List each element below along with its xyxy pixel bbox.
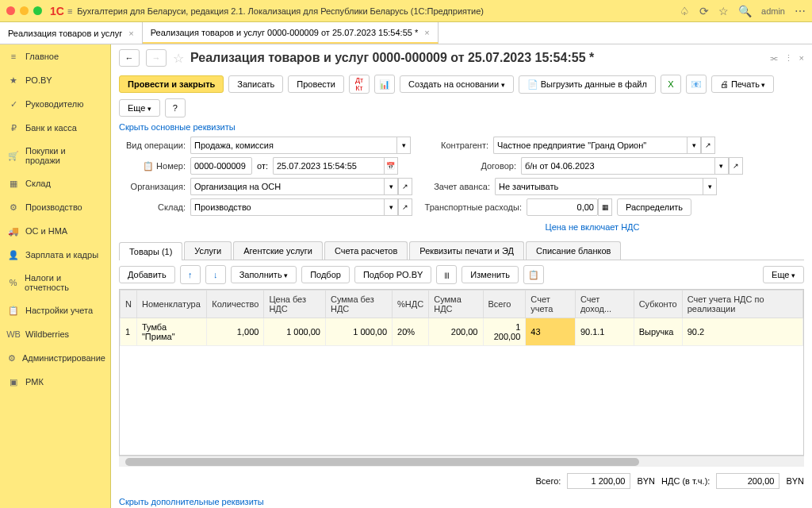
cell[interactable]: 90.2 [682, 318, 802, 346]
hide-extra-link[interactable]: Скрыть дополнительные реквизиты [119, 497, 804, 506]
price-vat-link[interactable]: Цена не включает НДС [546, 222, 640, 232]
col-header-11[interactable]: Счет учета НДС по реализации [682, 291, 802, 318]
horizontal-scrollbar[interactable] [119, 456, 804, 467]
dt-kt-icon[interactable]: ДтКт [349, 75, 370, 94]
clipboard-icon[interactable]: 📋 [523, 265, 544, 284]
advance-input[interactable] [495, 178, 703, 195]
change-button[interactable]: Изменить [462, 266, 519, 283]
report-icon[interactable]: 📊 [374, 75, 395, 94]
col-header-0[interactable]: N [121, 291, 137, 318]
col-header-10[interactable]: Субконто [634, 291, 682, 318]
sidebar-item-12[interactable]: ⚙Администрирование [0, 346, 110, 370]
post-button[interactable]: Провести [288, 75, 344, 93]
favorite-star-icon[interactable]: ☆ [173, 51, 184, 66]
transport-input[interactable] [527, 198, 598, 216]
table-more-button[interactable]: Еще [763, 266, 804, 283]
sidebar-item-1[interactable]: ★PO.BY [0, 68, 110, 92]
calc-icon[interactable]: ▦ [598, 198, 612, 216]
sidebar-item-13[interactable]: ▣РМК [0, 370, 110, 394]
sidebar-item-8[interactable]: 👤Зарплата и кадры [0, 243, 110, 267]
open-icon[interactable]: ↗ [398, 198, 412, 216]
distribute-button[interactable]: Распределить [617, 198, 691, 216]
cell[interactable]: 200,00 [429, 318, 483, 346]
sidebar-item-3[interactable]: ₽Банк и касса [0, 116, 110, 140]
dropdown-icon[interactable]: ▾ [703, 178, 717, 195]
counterparty-input[interactable] [493, 137, 687, 154]
write-button[interactable]: Записать [228, 75, 283, 93]
ep-icon[interactable]: 📧 [686, 75, 707, 94]
sidebar-item-11[interactable]: WBWildberries [0, 322, 110, 346]
search-icon[interactable]: 🔍 [738, 5, 752, 17]
cell[interactable]: Тумба "Прима" [136, 318, 206, 346]
cell[interactable]: 1 [121, 318, 137, 346]
cell[interactable]: 1 000,00 [264, 318, 326, 346]
more-button[interactable]: Еще [119, 99, 160, 117]
add-button[interactable]: Добавить [119, 266, 175, 283]
col-header-7[interactable]: Всего [483, 291, 526, 318]
open-icon[interactable]: ↗ [398, 178, 412, 195]
close-doc-icon[interactable]: × [799, 53, 804, 64]
print-button[interactable]: 🖨 Печать [711, 75, 775, 93]
close-window[interactable] [6, 6, 15, 15]
doc-tab-0[interactable]: Реализация товаров и услуг × [0, 22, 143, 44]
post-and-close-button[interactable]: Провести и закрыть [119, 75, 224, 93]
move-down-icon[interactable]: ↓ [205, 265, 226, 284]
kebab-icon[interactable]: ⋮ [784, 53, 793, 64]
sidebar-item-2[interactable]: ✓Руководителю [0, 92, 110, 116]
cell[interactable]: Выручка [634, 318, 682, 346]
sub-tab-1[interactable]: Услуги [184, 241, 232, 260]
bell-icon[interactable]: ♤ [680, 5, 690, 17]
sidebar-item-5[interactable]: ▦Склад [0, 171, 110, 195]
warehouse-input[interactable] [190, 198, 384, 216]
col-header-4[interactable]: Сумма без НДС [325, 291, 392, 318]
minimize-window[interactable] [20, 6, 29, 15]
col-header-2[interactable]: Количество [207, 291, 264, 318]
sidebar-item-4[interactable]: 🛒Покупки и продажи [0, 140, 110, 171]
more-icon[interactable]: ⋯ [795, 5, 806, 17]
number-input[interactable] [190, 157, 252, 175]
menu-icon[interactable]: ≡ [67, 6, 72, 16]
col-header-9[interactable]: Счет доход... [575, 291, 634, 318]
user-label[interactable]: admin [761, 6, 785, 16]
sub-tab-4[interactable]: Реквизиты печати и ЭД [409, 241, 524, 260]
col-header-8[interactable]: Счет учета [526, 291, 576, 318]
contract-input[interactable] [521, 157, 714, 175]
sub-tab-0[interactable]: Товары (1) [119, 242, 182, 260]
dropdown-icon[interactable]: ▾ [384, 178, 398, 195]
close-icon[interactable]: × [424, 28, 429, 37]
forward-button[interactable]: → [146, 49, 167, 67]
open-icon[interactable]: ↗ [701, 137, 715, 154]
export-file-button[interactable]: 📄 Выгрузить данные в файл [519, 75, 656, 94]
link-icon[interactable]: ⫘ [769, 53, 778, 64]
open-icon[interactable]: ↗ [729, 157, 743, 175]
pick-poby-button[interactable]: Подбор PO.BY [354, 266, 431, 283]
cell[interactable]: 43 [526, 318, 576, 346]
star-icon[interactable]: ☆ [718, 5, 729, 17]
sub-tab-3[interactable]: Счета расчетов [324, 241, 408, 260]
fill-button[interactable]: Заполнить [231, 266, 297, 283]
org-input[interactable] [190, 178, 384, 195]
dropdown-icon[interactable]: ▾ [396, 137, 411, 154]
sidebar-item-0[interactable]: ≡Главное [0, 44, 110, 68]
dropdown-icon[interactable]: ▾ [714, 157, 729, 175]
cell[interactable]: 1 000,00 [325, 318, 392, 346]
date-input[interactable] [273, 157, 384, 175]
history-icon[interactable]: ⟳ [699, 5, 709, 17]
create-basis-button[interactable]: Создать на основании [400, 75, 514, 93]
calendar-icon[interactable]: 📅 [384, 157, 398, 175]
table-row[interactable]: 1Тумба "Прима"1,0001 000,001 000,0020%20… [121, 318, 803, 346]
cell[interactable]: 1 200,00 [483, 318, 526, 346]
sidebar-item-9[interactable]: %Налоги и отчетность [0, 267, 110, 298]
barcode-icon[interactable]: ⫼ [436, 265, 457, 284]
sub-tab-5[interactable]: Списание бланков [526, 241, 621, 260]
dropdown-icon[interactable]: ▾ [384, 198, 398, 216]
col-header-5[interactable]: %НДС [393, 291, 429, 318]
sub-tab-2[interactable]: Агентские услуги [233, 241, 323, 260]
help-button[interactable]: ? [165, 98, 186, 117]
doc-tab-1[interactable]: Реализация товаров и услуг 0000-000009 о… [143, 22, 439, 44]
operation-input[interactable] [190, 137, 396, 154]
back-button[interactable]: ← [119, 49, 140, 67]
sidebar-item-6[interactable]: ⚙Производство [0, 195, 110, 219]
maximize-window[interactable] [33, 6, 42, 15]
cell[interactable]: 1,000 [207, 318, 264, 346]
